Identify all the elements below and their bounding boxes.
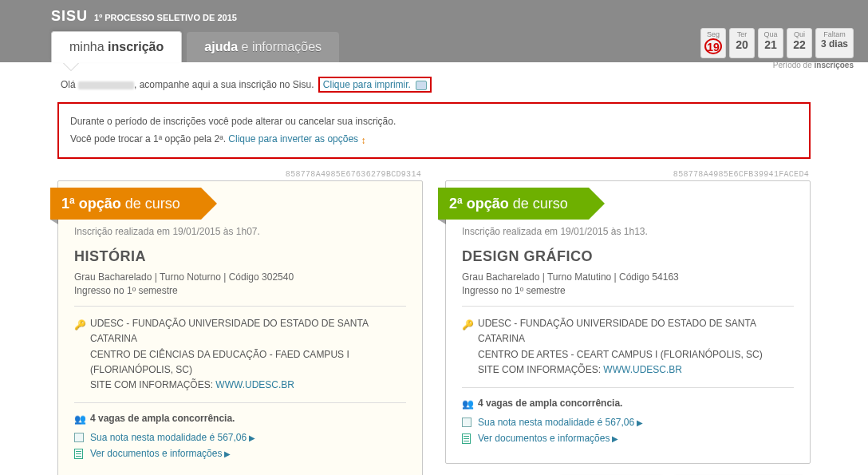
tab-my-enrollment[interactable]: minha inscrição (51, 31, 182, 62)
option1-ingresso: Ingresso no 1º semestre (74, 285, 406, 296)
sisu-logo: SISU (51, 8, 88, 25)
option2-vagas: 4 vagas de ampla concorrência. (478, 398, 622, 409)
key-icon: 🔑 (74, 318, 86, 333)
document-icon (74, 449, 83, 459)
tab-text-bold: inscrição (108, 40, 164, 53)
key-icon: 🔑 (462, 318, 474, 333)
option2-enroll-date: Inscrição realizada em 19/01/2015 às 1h1… (462, 226, 794, 237)
option2-campus: CENTRO DE ARTES - CEART CAMPUS I (FLORIA… (478, 347, 794, 362)
greeting-ola: Olá (61, 79, 76, 90)
option2-card: 2ª opção de curso Inscrição realizada em… (445, 180, 811, 464)
option1-hash: 858778A4985E67636279BCD9314 (57, 170, 423, 179)
site-label: SITE COM INFORMAÇÕES: (90, 379, 215, 390)
calendar-day: Seg19 (700, 28, 726, 58)
option2-docs-link[interactable]: Ver documentos e informações (478, 433, 610, 444)
process-title: 1º PROCESSO SELETIVO DE 2015 (94, 13, 237, 22)
swap-icon (361, 134, 372, 144)
calendar-caption: Período de inscrições (700, 61, 854, 69)
option1-enroll-date: Inscrição realizada em 19/01/2015 às 1h0… (74, 226, 406, 237)
option2-hash: 858778A4985E6CFB39941FACED4 (445, 170, 811, 179)
people-icon: 👥 (74, 414, 86, 425)
option2-site-link[interactable]: WWW.UDESC.BR (603, 364, 682, 375)
people-icon: 👥 (462, 398, 474, 410)
option2-ribbon: 2ª opção de curso (438, 188, 589, 220)
option1-nota-link[interactable]: Sua nota nesta modalidade é 567,06 (90, 432, 247, 443)
invert-options-link[interactable]: Clique para inverter as opções (228, 133, 358, 144)
option2-course-title: DESIGN GRÁFICO (462, 248, 794, 265)
option1-course-title: HISTÓRIA (74, 248, 406, 265)
print-link[interactable]: Clique para imprimir. (323, 79, 411, 90)
calendar-day: Qui22 (787, 28, 812, 58)
option2-nota-link[interactable]: Sua nota nesta modalidade é 567,06 (478, 417, 634, 428)
info-line-2a: Você pode trocar a 1ª opção pela 2ª. (70, 133, 228, 144)
document-icon (462, 433, 471, 444)
option1-docs-link[interactable]: Ver documentos e informações (90, 448, 222, 459)
site-label-2: SITE COM INFORMAÇÕES: (478, 364, 603, 375)
tab-text: minha (69, 40, 108, 53)
tab2-bold: ajuda (204, 40, 241, 53)
user-name-redacted (78, 81, 134, 89)
option1-course-meta: Grau Bacharelado | Turno Noturno | Códig… (74, 271, 406, 283)
calendar-day: Ter20 (729, 28, 755, 58)
option1-campus: CENTRO DE CIÊNCIAS DA EDUCAÇÃO - FAED CA… (90, 347, 406, 378)
info-box: Durante o período de inscrições você pod… (57, 102, 811, 159)
option2-course-meta: Grau Bacharelado | Turno Matutino | Códi… (462, 271, 794, 283)
option1-card: 1ª opção de curso Inscrição realizada em… (57, 180, 423, 475)
enrollment-calendar: Seg19Ter20Qua21Qui22Faltam3 dias Período… (700, 28, 854, 69)
option2-ingresso: Ingresso no 1º semestre (462, 285, 794, 296)
option1-vagas: 4 vagas de ampla concorrência. (90, 413, 235, 424)
calendar-day: Qua21 (758, 28, 783, 58)
option1-ribbon: 1ª opção de curso (50, 188, 201, 220)
info-line-1: Durante o período de inscrições você pod… (70, 113, 798, 131)
days-remaining: Faltam3 dias (815, 28, 854, 58)
printer-icon (416, 81, 427, 90)
option1-university: UDESC - FUNDAÇÃO UNIVERSIDADE DO ESTADO … (90, 316, 406, 346)
tab-help-info[interactable]: ajuda e informações (187, 32, 339, 62)
option1-site-link[interactable]: WWW.UDESC.BR (215, 379, 294, 390)
greeting-rest: , acompanhe aqui a sua inscrição no Sisu… (134, 79, 314, 90)
check-icon (74, 433, 84, 442)
option2-university: UDESC - FUNDAÇÃO UNIVERSIDADE DO ESTADO … (478, 316, 794, 346)
check-icon (462, 418, 471, 427)
tab2-rest: e informações (242, 40, 322, 53)
